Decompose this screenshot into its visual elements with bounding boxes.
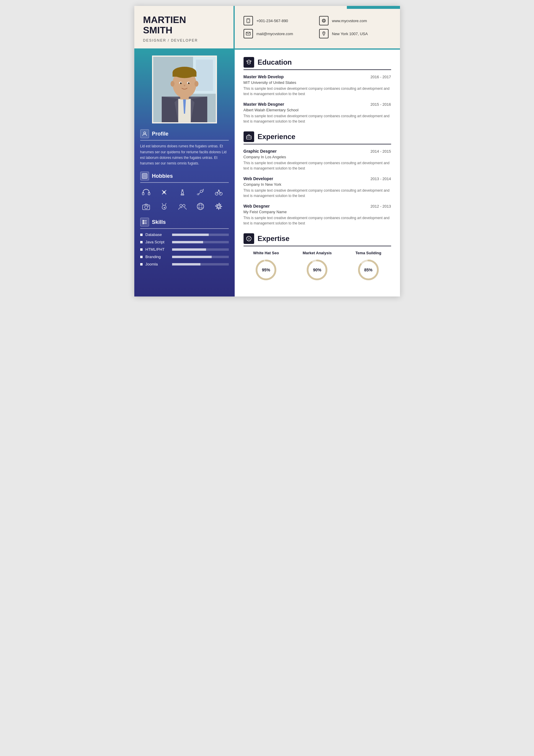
skills-title: Skills <box>152 219 166 225</box>
header-left: MARTIEN SMITH DESIGNER / DEVELOPER <box>134 6 235 48</box>
hobby-cycling <box>213 186 225 198</box>
svg-rect-28 <box>142 174 147 178</box>
website-value: www.mycvstore.com <box>332 19 367 23</box>
location-icon <box>319 29 329 39</box>
entry-header: Web Developer 2013 - 2014 <box>244 176 391 181</box>
skills-icon <box>140 218 149 227</box>
skill-bar-fill <box>172 256 212 258</box>
svg-line-54 <box>162 203 163 205</box>
svg-point-40 <box>182 190 183 191</box>
entry-subtitle: Company In Los Angeles <box>244 155 391 159</box>
entry-subtitle: Company In New York <box>244 182 391 187</box>
entry-header: Graphic Desgner 2014 - 2015 <box>244 149 391 153</box>
entry-desc: This is sample text creative development… <box>244 113 391 124</box>
entry-desc: This is sample text creative development… <box>244 215 391 226</box>
svg-point-58 <box>197 203 204 210</box>
svg-point-50 <box>145 206 147 209</box>
svg-rect-18 <box>173 73 196 77</box>
skill-name: Joomla <box>146 262 169 266</box>
skill-bar-fill <box>172 263 200 265</box>
svg-point-64 <box>218 205 220 208</box>
svg-point-63 <box>217 204 221 208</box>
contact-phone: +001-234-567-890 <box>244 16 315 25</box>
hobby-gear <box>213 201 225 212</box>
contact-location: New York 1007, USA <box>319 29 391 39</box>
hobby-headphones <box>140 186 152 198</box>
entry-subtitle: My Feist Company Name <box>244 210 391 214</box>
skill-name: HTML/PHT <box>146 247 169 252</box>
skill-name: Java Script <box>146 240 169 244</box>
email-value: mail@mycvstore.com <box>256 32 293 36</box>
svg-point-74 <box>248 238 250 239</box>
expertise-title: Expertise <box>258 234 290 243</box>
svg-rect-29 <box>143 175 144 176</box>
entry-date: 2014 - 2015 <box>370 149 391 153</box>
expertise-grid: White Hat Seo 95% Market Analysis <box>244 251 391 282</box>
skills-section-header: Skills <box>140 218 229 229</box>
entry-date: 2013 - 2014 <box>370 176 391 181</box>
svg-point-41 <box>200 190 202 193</box>
svg-point-23 <box>170 81 174 87</box>
main-content: Education Master Web Develop 2016 - 2017… <box>235 50 400 296</box>
experience-entry-2: Web Developer 2013 - 2014 Company In New… <box>244 176 391 199</box>
svg-line-55 <box>165 203 166 205</box>
circle-text: 90% <box>313 268 321 272</box>
entry-header: Web Desgner 2012 - 2013 <box>244 204 391 208</box>
skill-item-database: Database <box>140 232 229 237</box>
svg-point-27 <box>144 132 146 134</box>
skill-dot <box>140 233 143 236</box>
svg-rect-11 <box>196 60 213 91</box>
svg-line-42 <box>199 193 200 194</box>
phone-icon <box>244 16 253 25</box>
skill-item-joomla: Joomla <box>140 262 229 266</box>
profile-photo <box>152 56 217 123</box>
candidate-name: MARTIEN SMITH <box>143 15 225 36</box>
hobby-music <box>158 186 170 198</box>
hobby-globe <box>195 201 206 212</box>
candidate-title: DESIGNER / DEVELOPER <box>143 39 225 42</box>
expertise-header: Expertise <box>244 233 391 246</box>
phone-value: +001-234-567-890 <box>256 19 288 23</box>
hobbies-section: Hobbies <box>140 172 229 212</box>
circle-progress-1: 95% <box>254 258 278 282</box>
education-entry-1: Master Web Develop 2016 - 2017 MIT Unive… <box>244 74 391 96</box>
entry-title: Graphic Desgner <box>244 149 277 153</box>
experience-entry-1: Graphic Desgner 2014 - 2015 Company In L… <box>244 149 391 171</box>
entry-desc: This is sample text creative development… <box>244 86 391 96</box>
skill-item-javascript: Java Script <box>140 240 229 244</box>
svg-point-3 <box>322 19 325 22</box>
profile-title: Profile <box>152 131 169 137</box>
svg-point-56 <box>180 204 182 207</box>
entry-date: 2012 - 2013 <box>370 204 391 208</box>
expertise-label: Market Analysis <box>295 251 340 255</box>
skill-bar-fill <box>172 241 203 243</box>
contact-website: www.mycvstore.com <box>319 16 391 25</box>
expertise-item-1: White Hat Seo 95% <box>244 251 289 282</box>
svg-point-48 <box>218 190 219 191</box>
svg-rect-31 <box>143 176 144 177</box>
skill-dot <box>140 263 143 265</box>
profile-icon <box>140 129 149 138</box>
profile-section: Profile Lid est laborums doloes rumes th… <box>140 129 229 166</box>
skill-name: Database <box>146 232 169 237</box>
svg-point-57 <box>183 204 185 207</box>
hobbies-title: Hobbies <box>152 173 173 179</box>
svg-rect-68 <box>143 220 144 221</box>
skill-dot <box>140 241 143 243</box>
expertise-item-2: Market Analysis 90% <box>295 251 340 282</box>
body: Profile Lid est laborums doloes rumes th… <box>134 50 400 296</box>
education-title: Education <box>258 58 292 67</box>
svg-rect-39 <box>181 193 183 194</box>
hobbies-icon <box>140 172 149 180</box>
expertise-label: Tema Suilding <box>346 251 391 255</box>
header: MARTIEN SMITH DESIGNER / DEVELOPER +001-… <box>134 6 400 50</box>
svg-point-8 <box>323 33 324 33</box>
svg-marker-25 <box>161 96 178 122</box>
hobbies-grid: ★ <box>140 186 229 212</box>
svg-marker-26 <box>191 96 207 122</box>
education-header: Education <box>244 57 391 70</box>
education-entry-2: Master Web Desgner 2015 - 2016 Albert Wa… <box>244 102 391 124</box>
hobby-chess <box>176 186 188 198</box>
entry-title: Master Web Desgner <box>244 102 284 107</box>
svg-rect-69 <box>143 222 144 223</box>
